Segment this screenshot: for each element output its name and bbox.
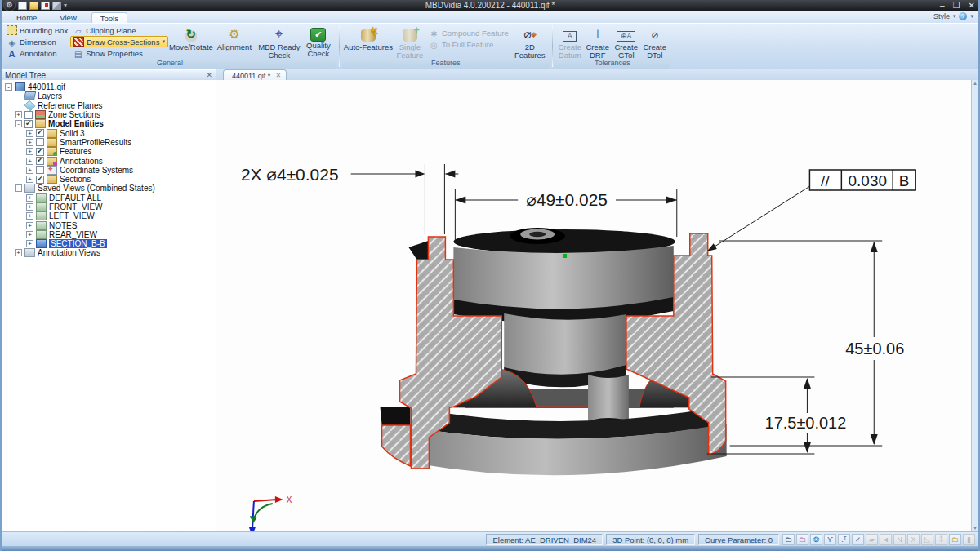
expander-icon[interactable]: + [26,148,33,155]
expander-icon[interactable]: - [5,83,12,91]
normal-snap-icon[interactable]: N [893,534,906,545]
expander-icon[interactable]: - [15,120,22,127]
tree-item-saved-views[interactable]: - Saved Views (Combined States) [2,184,216,193]
tree-item-solid3[interactable]: + Solid 3 [2,128,216,137]
dim-diameter-text[interactable]: ⌀49±0.025 [526,190,608,209]
single-feature-button[interactable]: Single Feature [394,24,426,60]
create-datum-button[interactable]: A Create Datum [556,24,584,60]
move-rotate-button[interactable]: Move/Rotate [168,24,214,51]
tree-item-front-view[interactable]: + FRONT_VIEW [2,202,216,211]
expander-icon[interactable]: + [26,222,33,229]
visibility-checkbox[interactable] [24,111,33,119]
curve-pick-icon[interactable]: ϒ [824,534,836,545]
minimize-button[interactable]: – [940,0,945,11]
feature-control-frame[interactable]: // 0.030 B [707,170,915,251]
alignment-button[interactable]: Alignment [214,24,255,51]
probe-pick-icon[interactable]: ✓ [852,534,864,545]
tree-item-zone-sections[interactable]: + Zone Sections [2,110,216,119]
expander-icon[interactable]: + [26,158,33,165]
auto-features-button[interactable]: Auto-Features [343,24,394,51]
tree-item-section-b-b[interactable]: + SECTION_B-B [2,239,216,248]
vertex-snap-icon[interactable]: ◄ [880,534,892,545]
point-pick-icon[interactable]: .ᵀ [838,534,850,545]
apply-icon[interactable]: ▮ [963,534,975,545]
tree-item-default-all[interactable]: + DEFAULT ALL [2,193,216,202]
angle-snap-icon[interactable]: ◺ [921,534,933,545]
expander-icon[interactable]: - [15,184,22,192]
chevron-down-icon[interactable]: ▾ [162,38,165,45]
expander-icon[interactable]: + [15,249,22,256]
visibility-checkbox[interactable] [36,148,44,156]
visibility-checkbox[interactable] [36,129,44,137]
expander-icon[interactable]: + [26,203,33,211]
dimension-button[interactable]: Dimension [4,36,70,47]
x-snap-icon[interactable]: X [907,534,920,545]
dimension-hole-2x4[interactable]: 2X ⌀4±0.025 [241,164,458,234]
tree-item-rear-view[interactable]: + REAR_VIEW [2,230,216,239]
dim-hole-text[interactable]: 2X ⌀4±0.025 [241,165,339,184]
show-properties-button[interactable]: Show Properties [70,47,168,59]
dim-height-text[interactable]: 45±0.06 [845,340,904,358]
tree-item-left-view[interactable]: + LEFT_VIEW [2,211,216,220]
tree-item-features[interactable]: + Features [2,147,216,156]
draw-cross-sections-button[interactable]: Draw Cross-Sections ▾ [70,36,168,47]
tree-item-root[interactable]: - 440011.qif [2,82,216,91]
tree-item-annotations[interactable]: + Annotations [2,156,216,165]
bounding-box-button[interactable]: Bounding Box [4,24,70,36]
tree-item-sections[interactable]: + Sections [2,175,216,184]
visibility-checkbox[interactable] [36,157,44,165]
document-tab-close-icon[interactable]: ✕ [275,72,281,79]
tree-item-reference-planes[interactable]: Reference Planes [2,101,216,110]
model-tree-close-icon[interactable]: ✕ [206,71,212,79]
restore-button[interactable]: ❐ [953,0,960,11]
tree-item-annotation-views[interactable]: + Annotation Views [2,248,216,257]
folder-new-icon[interactable]: 🗀 [782,534,795,545]
style-caret-icon[interactable]: ▾ [953,13,956,20]
dim-step-text[interactable]: 17.5±0.012 [765,414,847,432]
help-icon[interactable]: ? [959,12,967,20]
2d-features-button[interactable]: 2D Features [511,24,549,60]
expander-icon[interactable]: + [26,240,33,247]
expander-icon[interactable]: + [26,176,33,183]
face-snap-icon[interactable]: ▰ [866,534,878,545]
export-folder-icon[interactable]: 🗀 [949,534,961,545]
help-caret-icon[interactable]: ▾ [970,13,973,20]
visibility-checkbox[interactable] [36,138,44,146]
annotation-button[interactable]: Annotation [4,47,70,59]
part-cross-section[interactable] [381,228,727,475]
style-button[interactable]: Style [933,12,950,20]
document-tab[interactable]: 440011.qif * ✕ [223,69,287,80]
quality-check-button[interactable]: Quality Check [301,24,336,58]
create-drf-button[interactable]: Create DRF [584,24,612,60]
to-full-feature-button[interactable]: To Full Feature [426,38,511,50]
tab-view[interactable]: View [51,12,84,23]
expander-icon[interactable]: + [26,231,33,238]
scroll-up-icon[interactable]: ▲ [973,80,978,87]
create-dtol-button[interactable]: Create DTol [641,24,669,60]
mbd-ready-check-button[interactable]: MBD Ready Check [257,24,301,60]
expander-icon[interactable]: + [26,194,33,202]
tree-item-model-entities[interactable]: - Model Entities [2,119,216,128]
tab-home[interactable]: Home [8,12,45,23]
expander-icon[interactable]: + [26,167,33,174]
globe-icon[interactable]: ❂ [810,534,822,545]
close-button[interactable]: ✕ [969,0,975,11]
tree-item-smartprofileresults[interactable]: + SmartProfileResults [2,138,216,147]
visibility-checkbox[interactable] [36,166,44,174]
clipping-plane-button[interactable]: Clipping Plane [70,24,168,36]
tree-item-notes[interactable]: + NOTES [2,220,216,229]
compound-feature-button[interactable]: Compound Feature [426,27,511,38]
section-view-canvas[interactable]: 2X ⌀4±0.025 ⌀49±0.025 [216,80,971,531]
visibility-checkbox[interactable] [36,176,44,184]
dimension-step-17-5[interactable]: 17.5±0.012 [707,377,847,454]
scroll-down-icon[interactable]: ▼ [973,525,978,531]
viewport-scrollbar[interactable]: ▲ ▼ [971,80,978,531]
tab-tools[interactable]: Tools [91,12,127,23]
expander-icon[interactable]: + [26,130,33,137]
visibility-checkbox[interactable] [24,120,33,128]
increment-snap-icon[interactable]: ⁑ [935,534,947,545]
expander-icon[interactable]: + [26,212,33,220]
tree-item-layers[interactable]: Layers [2,91,216,100]
expander-icon[interactable]: + [26,139,33,146]
tree-item-coordinate-systems[interactable]: + Coordinate Systems [2,166,216,175]
